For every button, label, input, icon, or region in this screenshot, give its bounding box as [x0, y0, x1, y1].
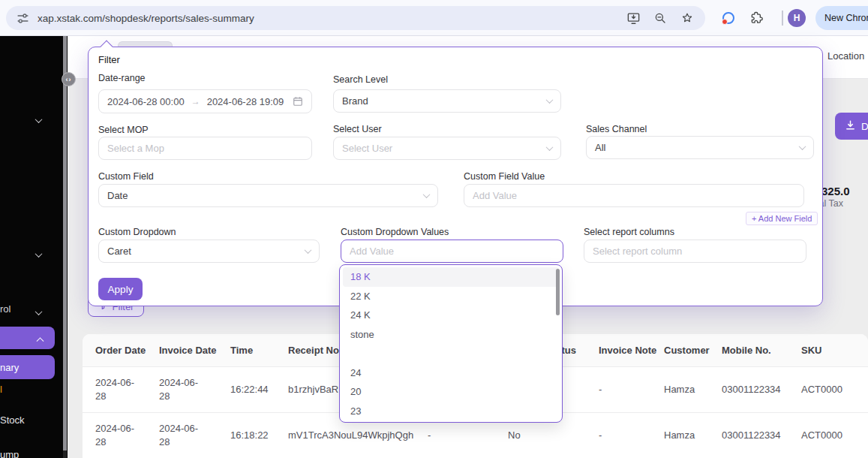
dropdown-option[interactable]: 23 — [343, 402, 559, 421]
calendar-icon — [293, 96, 303, 107]
cell-time: 16:22:44 — [230, 367, 283, 412]
location-dropdown[interactable]: Location — [827, 50, 868, 62]
bookmark-star-icon[interactable] — [680, 11, 695, 26]
sidebar-scrollbar-cap — [63, 450, 67, 458]
stat-total-tax-value: 325.0 — [821, 185, 850, 197]
select-mop-input[interactable] — [98, 137, 312, 160]
column-header: Invoice Date — [159, 334, 228, 366]
column-header: Invoice Note — [599, 334, 666, 366]
report-columns-label: Select report columns — [584, 227, 674, 237]
download-button[interactable]: Do — [835, 113, 868, 140]
column-header: Order Date — [95, 334, 155, 366]
address-bar[interactable]: xap.xstak.com/shopdesk/reports/sales-sum… — [6, 6, 705, 30]
profile-avatar[interactable]: H — [788, 9, 806, 27]
sidebar-scrollbar[interactable] — [63, 36, 67, 458]
select-mop-label: Select MOP — [98, 125, 149, 135]
chevron-down-icon — [423, 191, 431, 198]
toolbar-separator — [782, 11, 783, 26]
custom-field-value-input[interactable] — [464, 184, 804, 207]
cell-mobile-no: 03001122334 — [722, 367, 797, 412]
dropdown-option[interactable]: stone — [343, 325, 559, 345]
select-user-label: Select User — [333, 124, 382, 134]
red-dot — [722, 19, 728, 25]
search-level-value: Brand — [342, 95, 368, 107]
cell-customer: Hamza — [664, 413, 724, 458]
arrow-right-icon: → — [191, 96, 200, 107]
cell-sku: ACT0000 — [801, 367, 861, 412]
custom-field-select[interactable]: Date — [98, 184, 438, 207]
cell-invoice-date: 2024-06-28 — [159, 367, 206, 412]
chevron-down-icon — [36, 305, 41, 318]
sidebar-nav: rol nary l Stock ump — [0, 36, 68, 458]
sidebar-collapse-toggle[interactable]: ‹› — [62, 72, 76, 86]
dropdown-option[interactable]: 24 K — [343, 306, 559, 325]
cell-order-date: 2024-06-28 — [95, 367, 142, 412]
sidebar-item-reports-expanded[interactable] — [0, 327, 55, 349]
url-text[interactable]: xap.xstak.com/shopdesk/reports/sales-sum… — [38, 13, 626, 24]
add-new-field-button[interactable]: + Add New Field — [746, 212, 818, 225]
dropdown-option[interactable] — [343, 344, 559, 363]
chevron-down-icon — [546, 143, 554, 151]
chevron-up-icon — [38, 333, 43, 344]
sales-channel-select[interactable]: All — [586, 136, 814, 159]
custom-dropdown-values-input[interactable] — [341, 240, 563, 263]
cell-invoice-date: 2024-06-28 — [159, 413, 206, 458]
cell-mobile-no: 03001122334 — [722, 413, 797, 458]
download-label: Do — [861, 121, 868, 132]
sidebar-item-control[interactable]: rol — [0, 303, 11, 315]
date-range-field[interactable]: 2024-06-28 00:00 → 2024-06-28 19:09 — [98, 89, 312, 113]
sidebar-item-stock[interactable]: Stock — [0, 414, 25, 426]
sidebar-item-dump[interactable]: ump — [0, 449, 19, 458]
chevron-down-icon — [546, 96, 554, 104]
cell-invoice-note: - — [599, 413, 662, 458]
zoom-out-icon[interactable] — [653, 11, 668, 26]
sidebar-item-sales-summary-active[interactable]: nary — [0, 355, 55, 379]
custom-field-label: Custom Field — [98, 171, 154, 182]
chevron-down-icon — [36, 113, 41, 126]
cell-invoice-note: - — [599, 367, 662, 412]
site-info-tune-icon[interactable] — [15, 11, 30, 26]
chevron-down-icon — [799, 143, 806, 150]
search-level-label: Search Level — [333, 74, 388, 85]
sales-channel-value: All — [595, 142, 605, 153]
new-chrome-button[interactable]: New Chrom — [815, 6, 868, 30]
sidebar-item-label: nary — [0, 362, 19, 373]
location-label: Location — [827, 50, 864, 62]
select-user-select[interactable]: Select User — [333, 137, 561, 160]
custom-dropdown-value: Caret — [107, 246, 131, 257]
column-header: Mobile No. — [722, 334, 797, 366]
dropdown-option[interactable]: 24 — [343, 363, 559, 383]
cell-customer: Hamza — [664, 367, 724, 412]
cell-time: 16:18:22 — [230, 413, 283, 458]
dropdown-option[interactable]: 20 — [343, 382, 559, 402]
download-icon — [845, 119, 856, 133]
extensions-puzzle-icon[interactable] — [749, 11, 764, 26]
sidebar-item-orange[interactable]: l — [0, 384, 2, 395]
column-header: SKU — [801, 334, 854, 366]
chevron-down-icon — [36, 247, 41, 261]
custom-field-value-label: Custom Field Value — [464, 171, 545, 182]
browser-toolbar: xap.xstak.com/shopdesk/reports/sales-sum… — [0, 0, 868, 36]
report-columns-input[interactable] — [584, 240, 806, 263]
custom-dropdown-label: Custom Dropdown — [98, 227, 176, 237]
custom-field-value-text: Date — [107, 190, 128, 201]
apply-button[interactable]: Apply — [98, 278, 143, 300]
modal-title: Filter — [98, 54, 120, 65]
send-to-device-icon[interactable] — [626, 11, 641, 26]
dropdown-options-popup: 18 K 22 K 24 K stone 24 20 23 — [339, 264, 563, 423]
popup-scrollbar[interactable] — [556, 269, 560, 315]
dropdown-option[interactable]: 22 K — [343, 287, 559, 306]
colored-ring-extension-icon[interactable] — [722, 12, 734, 24]
cell-order-date: 2024-06-28 — [95, 413, 142, 458]
custom-dropdown-select[interactable]: Caret — [98, 240, 320, 263]
date-range-label: Date-range — [98, 73, 146, 83]
date-end: 2024-06-28 19:09 — [207, 96, 284, 107]
cell-sku: ACT0000 — [801, 413, 861, 458]
custom-dropdown-values-label: Custom Dropdown Values — [341, 227, 449, 237]
chevron-down-icon — [305, 246, 312, 254]
search-level-select[interactable]: Brand — [333, 89, 561, 113]
date-start: 2024-06-28 00:00 — [107, 96, 185, 107]
column-header: Time — [230, 334, 283, 366]
dropdown-option[interactable]: 18 K — [343, 267, 559, 287]
column-header: Customer — [664, 334, 724, 366]
